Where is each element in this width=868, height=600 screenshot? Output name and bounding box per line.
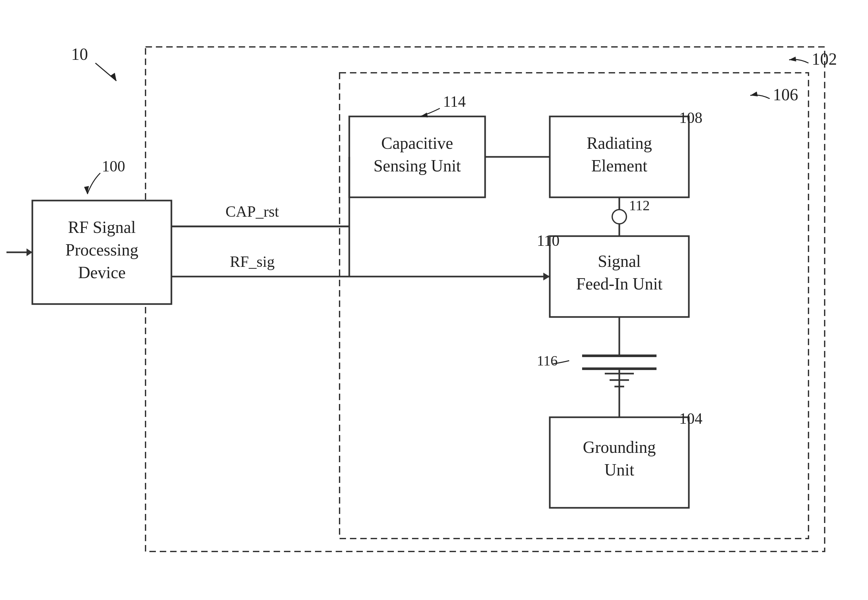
ref-104: 104 [679, 410, 703, 427]
signal-feedin-label-line1: Signal [598, 252, 641, 270]
radiating-label-line1: Radiating [587, 134, 652, 152]
ref-102: 102 [812, 50, 837, 68]
radiating-label-line2: Element [591, 156, 647, 175]
cap-rst-label: CAP_rst [226, 203, 279, 220]
rf-sig-label: RF_sig [230, 253, 275, 270]
ref-110: 110 [537, 232, 559, 249]
rf-device-label-line1: RF Signal [68, 218, 136, 236]
grounding-label-line2: Unit [604, 461, 635, 479]
grounding-label-line1: Grounding [583, 438, 656, 456]
diagram-container: 10 102 106 100 RF Signal Processing Devi… [0, 0, 868, 600]
cap-sensing-label-line1: Capacitive [381, 134, 453, 152]
cap-sensing-label-line2: Sensing Unit [374, 156, 461, 175]
ref-100: 100 [102, 158, 125, 175]
rf-device-label-line3: Device [78, 263, 126, 282]
rf-device-label-line2: Processing [65, 241, 138, 259]
ref-106: 106 [773, 85, 798, 104]
ref-10: 10 [71, 45, 88, 64]
ref-116: 116 [537, 353, 557, 369]
signal-feedin-label-line2: Feed-In Unit [576, 274, 663, 293]
ref-112: 112 [629, 198, 650, 214]
ref-114: 114 [443, 93, 466, 110]
ref-108: 108 [679, 109, 703, 126]
svg-point-22 [612, 210, 626, 224]
